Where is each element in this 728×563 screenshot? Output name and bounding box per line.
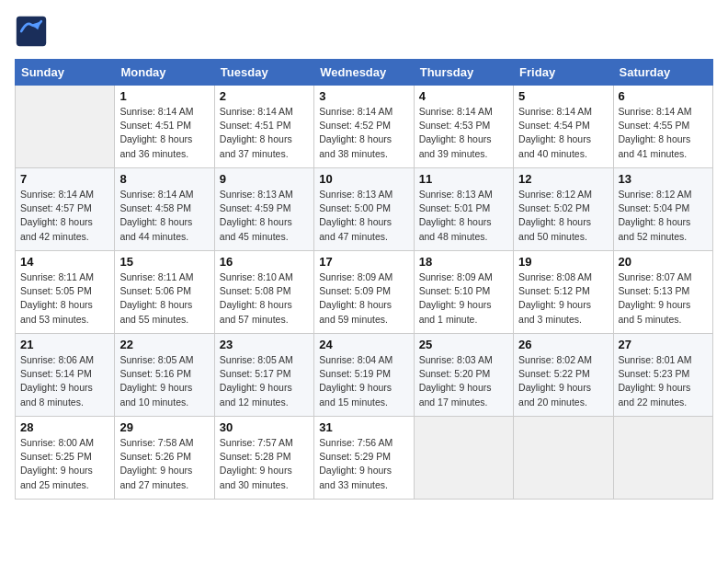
day-detail: Sunrise: 8:09 AMSunset: 5:09 PMDaylight:… (319, 270, 408, 327)
day-number: 12 (518, 172, 608, 186)
col-saturday: Saturday (613, 60, 712, 86)
day-detail: Sunrise: 8:14 AMSunset: 4:55 PMDaylight:… (619, 105, 708, 161)
day-detail: Sunrise: 8:14 AMSunset: 4:52 PMDaylight:… (319, 105, 408, 161)
day-detail: Sunrise: 8:14 AMSunset: 4:54 PMDaylight:… (518, 105, 608, 161)
day-detail: Sunrise: 7:56 AMSunset: 5:29 PMDaylight:… (319, 436, 408, 492)
day-detail: Sunrise: 8:09 AMSunset: 5:10 PMDaylight:… (419, 270, 508, 327)
day-detail: Sunrise: 7:58 AMSunset: 5:26 PMDaylight:… (119, 436, 209, 492)
day-cell: 14Sunrise: 8:11 AMSunset: 5:05 PMDayligh… (16, 251, 115, 334)
day-cell: 15Sunrise: 8:11 AMSunset: 5:06 PMDayligh… (115, 251, 214, 334)
day-detail: Sunrise: 8:11 AMSunset: 5:05 PMDaylight:… (20, 270, 109, 327)
day-number: 21 (20, 338, 109, 351)
day-cell: 24Sunrise: 8:04 AMSunset: 5:19 PMDayligh… (314, 334, 414, 417)
day-detail: Sunrise: 8:13 AMSunset: 5:01 PMDaylight:… (419, 188, 508, 244)
day-detail: Sunrise: 8:07 AMSunset: 5:13 PMDaylight:… (619, 270, 708, 327)
day-number: 10 (319, 172, 408, 186)
day-cell: 8Sunrise: 8:14 AMSunset: 4:58 PMDaylight… (115, 168, 214, 251)
day-number: 8 (119, 172, 209, 186)
day-number: 27 (619, 338, 708, 351)
week-row-5: 28Sunrise: 8:00 AMSunset: 5:25 PMDayligh… (16, 417, 713, 500)
day-detail: Sunrise: 8:04 AMSunset: 5:19 PMDaylight:… (319, 353, 408, 409)
day-number: 29 (119, 420, 209, 434)
col-thursday: Thursday (414, 60, 513, 86)
day-number: 16 (220, 255, 309, 269)
day-cell (613, 417, 712, 500)
day-detail: Sunrise: 8:11 AMSunset: 5:06 PMDaylight:… (119, 270, 209, 327)
day-number: 4 (419, 89, 508, 103)
day-cell: 2Sunrise: 8:14 AMSunset: 4:51 PMDaylight… (214, 86, 313, 168)
day-cell: 9Sunrise: 8:13 AMSunset: 4:59 PMDaylight… (214, 168, 313, 251)
col-wednesday: Wednesday (314, 60, 414, 86)
day-detail: Sunrise: 8:03 AMSunset: 5:20 PMDaylight:… (419, 353, 508, 409)
day-number: 5 (518, 89, 608, 103)
col-tuesday: Tuesday (214, 60, 313, 86)
day-cell: 23Sunrise: 8:05 AMSunset: 5:17 PMDayligh… (214, 334, 313, 417)
day-detail: Sunrise: 8:01 AMSunset: 5:23 PMDaylight:… (619, 353, 708, 409)
day-number: 22 (119, 338, 209, 351)
day-cell: 7Sunrise: 8:14 AMSunset: 4:57 PMDaylight… (16, 168, 115, 251)
day-cell: 31Sunrise: 7:56 AMSunset: 5:29 PMDayligh… (314, 417, 414, 500)
day-number: 24 (319, 338, 408, 351)
day-cell: 18Sunrise: 8:09 AMSunset: 5:10 PMDayligh… (414, 251, 513, 334)
day-detail: Sunrise: 8:14 AMSunset: 4:58 PMDaylight:… (119, 188, 209, 244)
day-cell: 13Sunrise: 8:12 AMSunset: 5:04 PMDayligh… (613, 168, 712, 251)
day-detail: Sunrise: 8:12 AMSunset: 5:02 PMDaylight:… (518, 188, 608, 244)
day-number: 25 (419, 338, 508, 351)
day-number: 28 (20, 420, 109, 434)
day-detail: Sunrise: 8:08 AMSunset: 5:12 PMDaylight:… (518, 270, 608, 327)
day-cell: 25Sunrise: 8:03 AMSunset: 5:20 PMDayligh… (414, 334, 513, 417)
day-cell: 6Sunrise: 8:14 AMSunset: 4:55 PMDaylight… (613, 86, 712, 168)
day-detail: Sunrise: 8:13 AMSunset: 4:59 PMDaylight:… (220, 188, 309, 244)
day-number: 15 (119, 255, 209, 269)
day-number: 18 (419, 255, 508, 269)
logo (15, 15, 51, 48)
day-number: 23 (220, 338, 309, 351)
day-number: 19 (518, 255, 608, 269)
day-number: 3 (319, 89, 408, 103)
day-cell: 27Sunrise: 8:01 AMSunset: 5:23 PMDayligh… (613, 334, 712, 417)
day-cell: 17Sunrise: 8:09 AMSunset: 5:09 PMDayligh… (314, 251, 414, 334)
day-number: 6 (619, 89, 708, 103)
day-cell: 28Sunrise: 8:00 AMSunset: 5:25 PMDayligh… (16, 417, 115, 500)
day-cell: 10Sunrise: 8:13 AMSunset: 5:00 PMDayligh… (314, 168, 414, 251)
day-cell (514, 417, 613, 500)
day-number: 17 (319, 255, 408, 269)
day-detail: Sunrise: 8:13 AMSunset: 5:00 PMDaylight:… (319, 188, 408, 244)
day-detail: Sunrise: 7:57 AMSunset: 5:28 PMDaylight:… (220, 436, 309, 492)
day-number: 31 (319, 420, 408, 434)
day-detail: Sunrise: 8:05 AMSunset: 5:16 PMDaylight:… (119, 353, 209, 409)
day-number: 7 (20, 172, 109, 186)
day-cell: 30Sunrise: 7:57 AMSunset: 5:28 PMDayligh… (214, 417, 313, 500)
day-cell (414, 417, 513, 500)
day-cell: 22Sunrise: 8:05 AMSunset: 5:16 PMDayligh… (115, 334, 214, 417)
day-number: 11 (419, 172, 508, 186)
week-row-1: 1Sunrise: 8:14 AMSunset: 4:51 PMDaylight… (16, 86, 713, 168)
day-number: 13 (619, 172, 708, 186)
header-row: Sunday Monday Tuesday Wednesday Thursday… (16, 60, 713, 86)
day-cell: 16Sunrise: 8:10 AMSunset: 5:08 PMDayligh… (214, 251, 313, 334)
day-detail: Sunrise: 8:05 AMSunset: 5:17 PMDaylight:… (220, 353, 309, 409)
day-detail: Sunrise: 8:14 AMSunset: 4:51 PMDaylight:… (220, 105, 309, 161)
day-cell (16, 86, 115, 168)
day-cell: 29Sunrise: 7:58 AMSunset: 5:26 PMDayligh… (115, 417, 214, 500)
day-cell: 20Sunrise: 8:07 AMSunset: 5:13 PMDayligh… (613, 251, 712, 334)
calendar-table: Sunday Monday Tuesday Wednesday Thursday… (15, 59, 713, 500)
day-number: 9 (220, 172, 309, 186)
day-number: 30 (220, 420, 309, 434)
week-row-2: 7Sunrise: 8:14 AMSunset: 4:57 PMDaylight… (16, 168, 713, 251)
day-cell: 12Sunrise: 8:12 AMSunset: 5:02 PMDayligh… (514, 168, 613, 251)
day-number: 14 (20, 255, 109, 269)
day-number: 2 (220, 89, 309, 103)
day-detail: Sunrise: 8:06 AMSunset: 5:14 PMDaylight:… (20, 353, 109, 409)
header (15, 15, 713, 48)
day-detail: Sunrise: 8:14 AMSunset: 4:57 PMDaylight:… (20, 188, 109, 244)
day-number: 1 (119, 89, 209, 103)
day-detail: Sunrise: 8:00 AMSunset: 5:25 PMDaylight:… (20, 436, 109, 492)
day-cell: 11Sunrise: 8:13 AMSunset: 5:01 PMDayligh… (414, 168, 513, 251)
day-cell: 26Sunrise: 8:02 AMSunset: 5:22 PMDayligh… (514, 334, 613, 417)
week-row-4: 21Sunrise: 8:06 AMSunset: 5:14 PMDayligh… (16, 334, 713, 417)
day-cell: 1Sunrise: 8:14 AMSunset: 4:51 PMDaylight… (115, 86, 214, 168)
day-cell: 5Sunrise: 8:14 AMSunset: 4:54 PMDaylight… (514, 86, 613, 168)
day-number: 26 (518, 338, 608, 351)
day-number: 20 (619, 255, 708, 269)
